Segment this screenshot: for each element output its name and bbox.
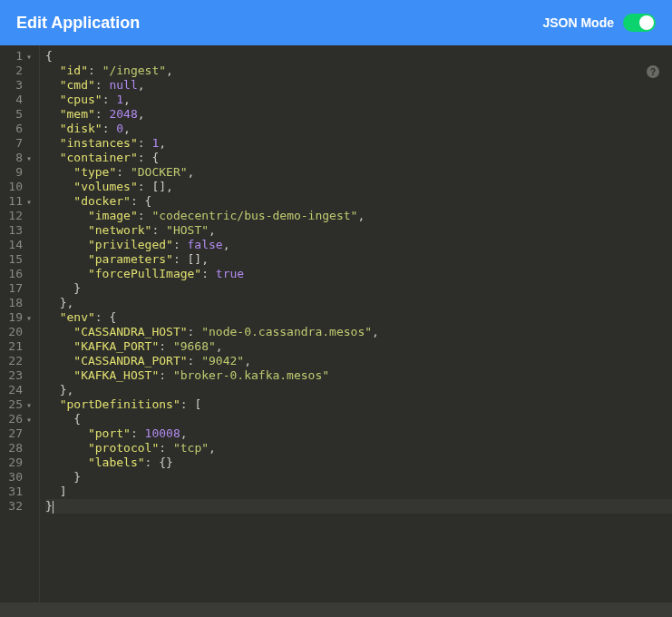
- code-editor[interactable]: ? 1▾2345678▾91011▾1213141516171819▾20212…: [0, 45, 672, 602]
- line-gutter: 1▾2345678▾91011▾1213141516171819▾2021222…: [0, 45, 40, 602]
- gutter-line: 18: [0, 296, 32, 310]
- gutter-line: 15: [0, 252, 32, 267]
- gutter-line: 17: [0, 281, 32, 296]
- gutter-line: 27: [0, 426, 32, 441]
- code-line[interactable]: "docker": {: [45, 194, 672, 209]
- gutter-line: 6: [0, 122, 32, 136]
- toggle-knob: [639, 15, 654, 30]
- code-line[interactable]: "labels": {}: [45, 455, 672, 470]
- code-line[interactable]: "id": "/ingest",: [45, 64, 672, 78]
- gutter-line: 28: [0, 441, 32, 455]
- code-line[interactable]: },: [45, 383, 672, 397]
- gutter-line: 3: [0, 78, 32, 93]
- fold-marker-icon[interactable]: ▾: [24, 50, 32, 64]
- gutter-line: 1▾: [0, 49, 32, 64]
- editor-footer: [0, 602, 672, 617]
- fold-marker-icon[interactable]: ▾: [24, 413, 32, 427]
- code-line[interactable]: }: [45, 470, 672, 485]
- gutter-line: 25▾: [0, 397, 32, 412]
- gutter-line: 29: [0, 455, 32, 470]
- code-line[interactable]: "forcePullImage": true: [45, 267, 672, 281]
- dialog-title: Edit Application: [16, 14, 140, 33]
- code-line[interactable]: "parameters": [],: [45, 252, 672, 267]
- code-line[interactable]: ]: [45, 485, 672, 499]
- code-line[interactable]: "volumes": [],: [45, 180, 672, 194]
- fold-marker-icon[interactable]: ▾: [24, 311, 32, 326]
- header-controls: JSON Mode: [542, 14, 656, 32]
- gutter-line: 4: [0, 93, 32, 107]
- code-line[interactable]: "port": 10008,: [45, 426, 672, 441]
- text-cursor: [53, 501, 54, 514]
- dialog-header: Edit Application JSON Mode: [0, 0, 672, 45]
- code-line[interactable]: "KAFKA_PORT": "9668",: [45, 339, 672, 354]
- gutter-line: 24: [0, 383, 32, 397]
- gutter-line: 11▾: [0, 194, 32, 209]
- fold-marker-icon[interactable]: ▾: [24, 152, 32, 166]
- gutter-line: 14: [0, 238, 32, 252]
- fold-marker-icon[interactable]: ▾: [24, 398, 32, 413]
- gutter-line: 12: [0, 209, 32, 223]
- code-line[interactable]: "portDefinitions": [: [45, 397, 672, 412]
- code-line[interactable]: "image": "codecentric/bus-demo-ingest",: [45, 209, 672, 223]
- code-line[interactable]: {: [45, 412, 672, 426]
- gutter-line: 19▾: [0, 310, 32, 325]
- code-line[interactable]: "cmd": null,: [45, 78, 672, 93]
- gutter-line: 26▾: [0, 412, 32, 426]
- code-line[interactable]: }: [45, 499, 672, 514]
- gutter-line: 8▾: [0, 151, 32, 165]
- gutter-line: 20: [0, 325, 32, 339]
- gutter-line: 9: [0, 165, 32, 180]
- gutter-line: 13: [0, 223, 32, 238]
- code-line[interactable]: "KAFKA_HOST": "broker-0.kafka.mesos": [45, 368, 672, 383]
- code-line[interactable]: "instances": 1,: [45, 136, 672, 151]
- code-line[interactable]: "env": {: [45, 310, 672, 325]
- json-mode-label: JSON Mode: [542, 15, 614, 30]
- gutter-line: 7: [0, 136, 32, 151]
- code-line[interactable]: "CASSANDRA_PORT": "9042",: [45, 354, 672, 368]
- gutter-line: 30: [0, 470, 32, 485]
- gutter-line: 23: [0, 368, 32, 383]
- code-line[interactable]: "type": "DOCKER",: [45, 165, 672, 180]
- code-line[interactable]: "CASSANDRA_HOST": "node-0.cassandra.meso…: [45, 325, 672, 339]
- code-line[interactable]: "protocol": "tcp",: [45, 441, 672, 455]
- fold-marker-icon[interactable]: ▾: [24, 195, 32, 210]
- code-line[interactable]: "network": "HOST",: [45, 223, 672, 238]
- json-mode-toggle[interactable]: [623, 14, 656, 32]
- gutter-line: 31: [0, 485, 32, 499]
- code-line[interactable]: },: [45, 296, 672, 310]
- code-line[interactable]: "privileged": false,: [45, 238, 672, 252]
- gutter-line: 10: [0, 180, 32, 194]
- code-line[interactable]: }: [45, 281, 672, 296]
- code-line[interactable]: "mem": 2048,: [45, 107, 672, 122]
- code-content[interactable]: { "id": "/ingest", "cmd": null, "cpus": …: [40, 45, 672, 602]
- gutter-line: 32: [0, 499, 32, 514]
- gutter-line: 16: [0, 267, 32, 281]
- gutter-line: 2: [0, 64, 32, 78]
- gutter-line: 5: [0, 107, 32, 122]
- code-line[interactable]: "cpus": 1,: [45, 93, 672, 107]
- gutter-line: 21: [0, 339, 32, 354]
- code-line[interactable]: {: [45, 49, 672, 64]
- gutter-line: 22: [0, 354, 32, 368]
- code-line[interactable]: "container": {: [45, 151, 672, 165]
- code-line[interactable]: "disk": 0,: [45, 122, 672, 136]
